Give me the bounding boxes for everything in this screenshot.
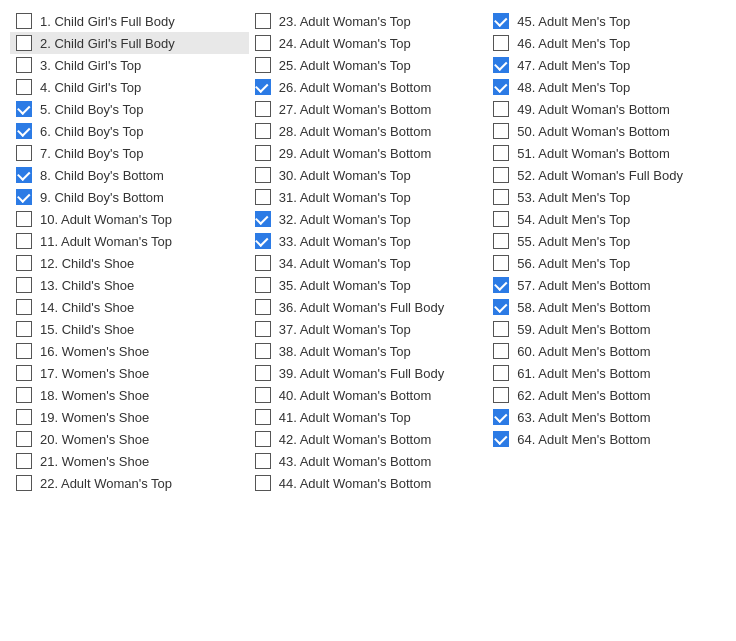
checkbox[interactable]	[493, 431, 509, 447]
list-item[interactable]: 32. Adult Woman's Top	[249, 208, 488, 230]
list-item[interactable]: 35. Adult Woman's Top	[249, 274, 488, 296]
checkbox[interactable]	[16, 453, 32, 469]
list-item[interactable]: 3. Child Girl's Top	[10, 54, 249, 76]
checkbox[interactable]	[255, 387, 271, 403]
list-item[interactable]: 25. Adult Woman's Top	[249, 54, 488, 76]
checkbox[interactable]	[493, 145, 509, 161]
checkbox[interactable]	[493, 365, 509, 381]
checkbox[interactable]	[493, 277, 509, 293]
checkbox[interactable]	[16, 211, 32, 227]
list-item[interactable]: 12. Child's Shoe	[10, 252, 249, 274]
checkbox[interactable]	[255, 79, 271, 95]
checkbox[interactable]	[255, 299, 271, 315]
list-item[interactable]: 14. Child's Shoe	[10, 296, 249, 318]
checkbox[interactable]	[16, 101, 32, 117]
checkbox[interactable]	[16, 299, 32, 315]
list-item[interactable]: 31. Adult Woman's Top	[249, 186, 488, 208]
list-item[interactable]: 34. Adult Woman's Top	[249, 252, 488, 274]
list-item[interactable]: 23. Adult Woman's Top	[249, 10, 488, 32]
checkbox[interactable]	[16, 321, 32, 337]
checkbox[interactable]	[255, 57, 271, 73]
list-item[interactable]: 50. Adult Woman's Bottom	[487, 120, 726, 142]
list-item[interactable]: 59. Adult Men's Bottom	[487, 318, 726, 340]
checkbox[interactable]	[16, 123, 32, 139]
checkbox[interactable]	[16, 189, 32, 205]
list-item[interactable]: 13. Child's Shoe	[10, 274, 249, 296]
checkbox[interactable]	[493, 321, 509, 337]
checkbox[interactable]	[493, 79, 509, 95]
checkbox[interactable]	[493, 101, 509, 117]
checkbox[interactable]	[16, 409, 32, 425]
list-item[interactable]: 24. Adult Woman's Top	[249, 32, 488, 54]
checkbox[interactable]	[493, 189, 509, 205]
checkbox[interactable]	[493, 387, 509, 403]
list-item[interactable]: 42. Adult Woman's Bottom	[249, 428, 488, 450]
checkbox[interactable]	[255, 189, 271, 205]
checkbox[interactable]	[16, 145, 32, 161]
checkbox[interactable]	[16, 255, 32, 271]
checkbox[interactable]	[493, 167, 509, 183]
checkbox[interactable]	[255, 409, 271, 425]
checkbox[interactable]	[16, 233, 32, 249]
list-item[interactable]: 47. Adult Men's Top	[487, 54, 726, 76]
list-item[interactable]: 33. Adult Woman's Top	[249, 230, 488, 252]
list-item[interactable]: 54. Adult Men's Top	[487, 208, 726, 230]
list-item[interactable]: 43. Adult Woman's Bottom	[249, 450, 488, 472]
checkbox[interactable]	[493, 343, 509, 359]
list-item[interactable]: 20. Women's Shoe	[10, 428, 249, 450]
list-item[interactable]: 53. Adult Men's Top	[487, 186, 726, 208]
list-item[interactable]: 30. Adult Woman's Top	[249, 164, 488, 186]
checkbox[interactable]	[255, 233, 271, 249]
checkbox[interactable]	[493, 299, 509, 315]
list-item[interactable]: 60. Adult Men's Bottom	[487, 340, 726, 362]
list-item[interactable]: 49. Adult Woman's Bottom	[487, 98, 726, 120]
list-item[interactable]: 15. Child's Shoe	[10, 318, 249, 340]
list-item[interactable]: 21. Women's Shoe	[10, 450, 249, 472]
list-item[interactable]: 8. Child Boy's Bottom	[10, 164, 249, 186]
checkbox[interactable]	[255, 431, 271, 447]
checkbox[interactable]	[255, 35, 271, 51]
list-item[interactable]: 46. Adult Men's Top	[487, 32, 726, 54]
list-item[interactable]: 22. Adult Woman's Top	[10, 472, 249, 494]
checkbox[interactable]	[493, 211, 509, 227]
checkbox[interactable]	[16, 365, 32, 381]
checkbox[interactable]	[16, 35, 32, 51]
list-item[interactable]: 9. Child Boy's Bottom	[10, 186, 249, 208]
list-item[interactable]: 29. Adult Woman's Bottom	[249, 142, 488, 164]
checkbox[interactable]	[255, 123, 271, 139]
list-item[interactable]: 51. Adult Woman's Bottom	[487, 142, 726, 164]
list-item[interactable]: 11. Adult Woman's Top	[10, 230, 249, 252]
list-item[interactable]: 4. Child Girl's Top	[10, 76, 249, 98]
checkbox[interactable]	[16, 387, 32, 403]
checkbox[interactable]	[255, 145, 271, 161]
list-item[interactable]: 52. Adult Woman's Full Body	[487, 164, 726, 186]
checkbox[interactable]	[16, 57, 32, 73]
list-item[interactable]: 16. Women's Shoe	[10, 340, 249, 362]
checkbox[interactable]	[493, 57, 509, 73]
list-item[interactable]: 2. Child Girl's Full Body	[10, 32, 249, 54]
checkbox[interactable]	[255, 365, 271, 381]
list-item[interactable]: 58. Adult Men's Bottom	[487, 296, 726, 318]
list-item[interactable]: 19. Women's Shoe	[10, 406, 249, 428]
list-item[interactable]: 36. Adult Woman's Full Body	[249, 296, 488, 318]
list-item[interactable]: 10. Adult Woman's Top	[10, 208, 249, 230]
checkbox[interactable]	[255, 13, 271, 29]
checkbox[interactable]	[16, 431, 32, 447]
list-item[interactable]: 64. Adult Men's Bottom	[487, 428, 726, 450]
list-item[interactable]: 55. Adult Men's Top	[487, 230, 726, 252]
list-item[interactable]: 44. Adult Woman's Bottom	[249, 472, 488, 494]
checkbox[interactable]	[493, 123, 509, 139]
checkbox[interactable]	[493, 13, 509, 29]
list-item[interactable]: 40. Adult Woman's Bottom	[249, 384, 488, 406]
checkbox[interactable]	[255, 255, 271, 271]
checkbox[interactable]	[255, 101, 271, 117]
checkbox[interactable]	[16, 475, 32, 491]
checkbox[interactable]	[16, 13, 32, 29]
checkbox[interactable]	[493, 409, 509, 425]
checkbox[interactable]	[493, 35, 509, 51]
checkbox[interactable]	[493, 233, 509, 249]
list-item[interactable]: 18. Women's Shoe	[10, 384, 249, 406]
checkbox[interactable]	[16, 167, 32, 183]
list-item[interactable]: 48. Adult Men's Top	[487, 76, 726, 98]
list-item[interactable]: 38. Adult Woman's Top	[249, 340, 488, 362]
